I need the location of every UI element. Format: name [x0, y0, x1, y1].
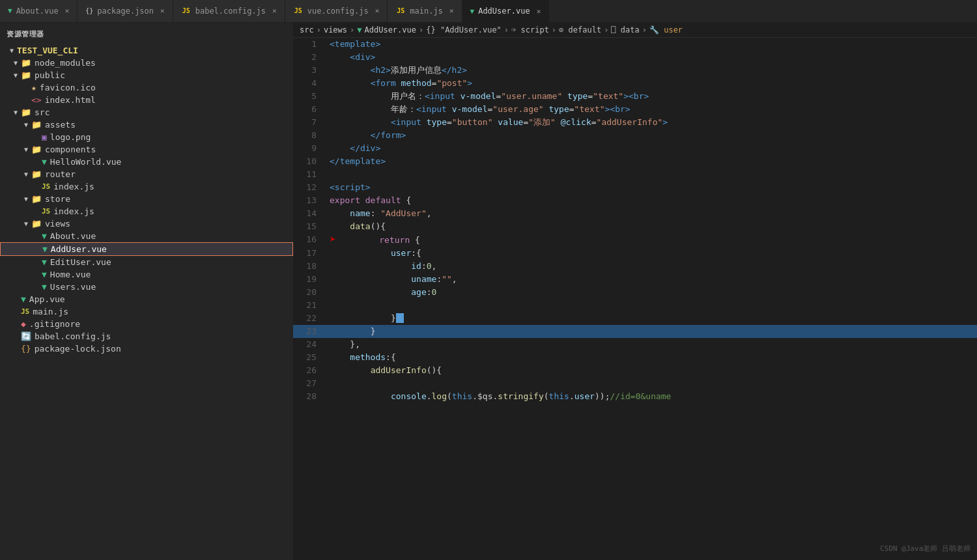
sidebar-item-src[interactable]: ▼ 📁 src	[0, 106, 293, 119]
line-content[interactable]	[324, 377, 977, 390]
line-content[interactable]: </template>	[324, 155, 977, 168]
tab-mainjs[interactable]: JS main.js ✕	[388, 0, 462, 22]
line-content[interactable]: addUserInfo(){	[324, 364, 977, 377]
line-content[interactable]: <div>	[324, 51, 977, 64]
line-content[interactable]: methods:{	[324, 351, 977, 364]
line-content[interactable]: age:0	[324, 286, 977, 299]
cursor	[396, 313, 404, 323]
sidebar-item-babelconfig[interactable]: 🔄 babel.config.js	[0, 330, 293, 343]
sidebar-item-routerindex[interactable]: JS index.js	[0, 180, 293, 193]
sidebar-item-label: main.js	[33, 307, 68, 316]
tab-package[interactable]: {} package.json ✕	[78, 0, 173, 22]
folder-icon: 📁	[21, 70, 31, 80]
sidebar-item-label: node_modules	[35, 58, 96, 68]
line-content[interactable]: }	[324, 325, 977, 338]
tab-label: babel.config.js	[195, 7, 266, 16]
tab-close-icon[interactable]: ✕	[160, 7, 165, 15]
tab-vueconfig[interactable]: JS vue.config.js ✕	[285, 0, 388, 22]
line-content[interactable]: <template>	[324, 38, 977, 51]
line-content[interactable]: </form>	[324, 129, 977, 142]
expand-arrow-icon[interactable]: ▼	[10, 109, 21, 116]
line-content[interactable]: console.log(this.$qs.stringify(this.user…	[324, 390, 977, 403]
code-line-16: 16➤ return {	[293, 233, 977, 247]
sidebar-root[interactable]: ▼ TEST_VUE_CLI	[0, 44, 293, 57]
tab-close-icon[interactable]: ✕	[375, 7, 380, 15]
folder-icon: 📁	[31, 120, 42, 130]
js-icon: JS	[42, 182, 50, 191]
tab-close-icon[interactable]: ✕	[537, 7, 541, 16]
line-number: 5	[293, 90, 324, 103]
line-content[interactable]: </div>	[324, 142, 977, 155]
expand-arrow-icon[interactable]: ▼	[21, 171, 31, 178]
bc-obj: {} "AddUser.vue"	[426, 25, 502, 35]
line-content[interactable]	[324, 168, 977, 181]
line-content[interactable]: 用户名：<input v-model="user.uname" type="te…	[324, 90, 977, 103]
folder-icon: 📁	[31, 194, 42, 204]
line-content[interactable]	[324, 299, 977, 312]
folder-icon: 📁	[21, 107, 31, 117]
sidebar-item-assets[interactable]: ▼ 📁 assets	[0, 119, 293, 131]
tab-close-icon[interactable]: ✕	[272, 7, 277, 15]
breadcrumb: src › views › ▼ AddUser.vue › {} "AddUse…	[293, 23, 977, 38]
sidebar-item-logopng[interactable]: ▣ logo.png	[0, 131, 293, 143]
sidebar-item-node_modules[interactable]: ▼ 📁 node_modules	[0, 57, 293, 69]
code-line-11: 11	[293, 168, 977, 181]
expand-arrow-icon[interactable]: ▼	[21, 195, 31, 203]
sidebar-item-indexhtml[interactable]: <> index.html	[0, 94, 293, 106]
tab-about[interactable]: ▼ About.vue ✕	[0, 0, 78, 22]
tab-close-icon[interactable]: ✕	[449, 7, 454, 15]
sidebar-item-mainjs[interactable]: JS main.js	[0, 305, 293, 318]
sidebar-item-favicon[interactable]: ★ favicon.ico	[0, 81, 293, 94]
line-content[interactable]: user:{	[324, 247, 977, 260]
line-content[interactable]: name: "AddUser",	[324, 207, 977, 220]
expand-arrow-icon[interactable]: ▼	[21, 121, 31, 128]
sidebar-item-store[interactable]: ▼ 📁 store	[0, 193, 293, 205]
sidebar-item-edituser[interactable]: ▼ EditUser.vue	[0, 256, 293, 268]
line-content[interactable]: <form method="post">	[324, 77, 977, 90]
line-content[interactable]: 年龄：<input v-model="user.age" type="text"…	[324, 103, 977, 116]
expand-arrow-icon[interactable]: ▼	[10, 72, 21, 79]
line-content[interactable]: uname:"",	[324, 273, 977, 286]
tab-adduser[interactable]: ▼ AddUser.vue ✕	[462, 0, 550, 22]
line-number: 21	[293, 299, 324, 312]
root-label: TEST_VUE_CLI	[17, 46, 78, 55]
sidebar-item-label: index.html	[45, 95, 96, 105]
tab-babel[interactable]: JS babel.config.js ✕	[173, 0, 285, 22]
vue-icon: ▼	[42, 244, 48, 254]
sidebar-item-helloworld[interactable]: ▼ HelloWorld.vue	[0, 156, 293, 168]
sidebar-item-usersvue[interactable]: ▼ Users.vue	[0, 281, 293, 293]
sidebar-item-packagelock[interactable]: {} package-lock.json	[0, 343, 293, 355]
sidebar-item-appvue[interactable]: ▼ App.vue	[0, 293, 293, 305]
line-content[interactable]: <h2>添加用户信息</h2>	[324, 64, 977, 77]
line-content[interactable]: id:0,	[324, 260, 977, 273]
line-content[interactable]: ➤ return {	[324, 233, 977, 247]
sidebar-item-label: views	[45, 219, 70, 229]
bc-vue-icon: ▼	[357, 25, 361, 35]
sidebar-item-storeindex[interactable]: JS index.js	[0, 205, 293, 217]
json-icon: {}	[21, 344, 31, 354]
line-content[interactable]: <script>	[324, 181, 977, 194]
sidebar-item-components[interactable]: ▼ 📁 components	[0, 143, 293, 156]
line-content[interactable]: }	[324, 312, 977, 325]
sidebar-item-gitignore[interactable]: ◆ .gitignore	[0, 318, 293, 330]
sidebar-item-adduser[interactable]: ▼ AddUser.vue	[0, 242, 293, 256]
vue-icon: ▼	[42, 270, 47, 279]
line-content[interactable]: export default {	[324, 194, 977, 207]
code-line-6: 6 年龄：<input v-model="user.age" type="tex…	[293, 103, 977, 116]
sidebar-item-views[interactable]: ▼ 📁 views	[0, 217, 293, 230]
sidebar-item-public[interactable]: ▼ 📁 public	[0, 69, 293, 81]
sidebar-item-label: logo.png	[50, 132, 91, 142]
line-content[interactable]: <input type="button" value="添加" @click="…	[324, 116, 977, 129]
sidebar-item-aboutvue[interactable]: ▼ About.vue	[0, 230, 293, 242]
expand-arrow-icon[interactable]: ▼	[21, 146, 31, 153]
line-content[interactable]: data(){	[324, 220, 977, 233]
expand-arrow-icon[interactable]: ▼	[10, 59, 21, 66]
sidebar-item-router[interactable]: ▼ 📁 router	[0, 168, 293, 180]
tab-close-icon[interactable]: ✕	[65, 7, 70, 15]
tab-bar: ▼ About.vue ✕ {} package.json ✕ JS babel…	[0, 0, 977, 23]
expand-arrow-icon[interactable]: ▼	[21, 220, 31, 227]
sidebar-item-homevue[interactable]: ▼ Home.vue	[0, 268, 293, 281]
editor-content[interactable]: 1<template>2 <div>3 <h2>添加用户信息</h2>4 <fo…	[293, 38, 977, 560]
line-content[interactable]: },	[324, 338, 977, 351]
json-icon: {}	[85, 7, 93, 14]
